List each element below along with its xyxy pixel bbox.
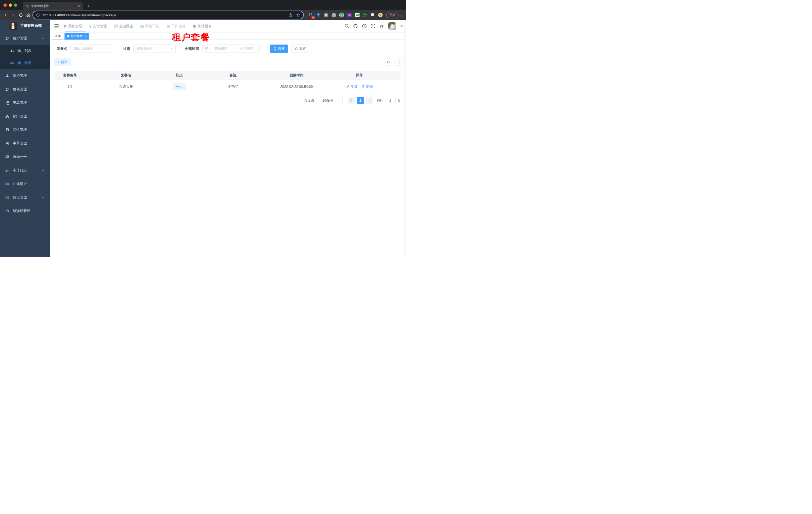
column-header: 操作 <box>319 73 401 78</box>
table-row[interactable]: 111 普通套餐 开启 小功能 2022-02-22 00:54:00 修改 <box>55 80 401 93</box>
bookmark-star-icon[interactable] <box>296 13 300 17</box>
user-avatar[interactable] <box>388 22 396 30</box>
package-table: 套餐编号 套餐名 状态 备注 创建时间 操作 111 普通套餐 开启 小功能 2… <box>55 71 401 93</box>
help-icon[interactable]: ? <box>362 24 367 29</box>
tag-tenant-package[interactable]: 租户套餐 × <box>64 33 89 39</box>
extension-icon[interactable] <box>355 13 359 18</box>
sidebar-item-dept-manage[interactable]: 部门管理 <box>0 110 50 123</box>
page-number-button[interactable]: 1 <box>357 97 364 104</box>
goto-label: 前往 <box>377 98 383 103</box>
topnav-item-infra[interactable]: 基础设施 <box>114 24 133 29</box>
window-close-button[interactable] <box>3 3 7 7</box>
fullscreen-icon[interactable] <box>371 24 376 29</box>
topnav-item-label: 研发工具 <box>145 24 159 29</box>
extension-icon[interactable] <box>378 13 383 18</box>
next-page-button[interactable] <box>366 97 373 104</box>
browser-menu-icon[interactable]: ⋮ <box>400 13 404 17</box>
browser-tab[interactable]: 芋道管理系统 × <box>23 2 83 10</box>
start-date-placeholder[interactable]: 开始日期 <box>210 47 231 51</box>
github-icon[interactable] <box>353 24 358 29</box>
table-header-row: 套餐编号 套餐名 状态 备注 创建时间 操作 <box>55 71 401 80</box>
sidebar-item-menu-manage[interactable]: 菜单管理 <box>0 96 50 110</box>
goto-page-input[interactable] <box>385 97 396 104</box>
browser-update-button[interactable]: 更新 <box>386 12 399 18</box>
topnav-item-workflow[interactable]: 工作流程 <box>167 24 185 29</box>
tag-close-icon[interactable]: × <box>85 34 87 38</box>
url-text[interactable]: 127.0.0.1:48080/admin-ui/system/tenant/p… <box>42 13 289 17</box>
navbar: 系统管理 ¥ 支付管理 基础设施 研发工具 工作流程 <box>50 20 406 33</box>
sidebar-collapse-icon[interactable] <box>54 24 59 29</box>
status-label: 状态 <box>123 47 130 51</box>
extension-icon[interactable] <box>316 13 321 18</box>
avatar-caret-icon[interactable] <box>401 26 403 27</box>
sidebar-item-label: 错误码管理 <box>13 209 30 213</box>
forward-icon[interactable] <box>9 11 17 19</box>
sidebar-item-tenant-manage[interactable]: 租户管理 <box>0 31 50 45</box>
window-zoom-button[interactable] <box>14 3 17 7</box>
refresh-table-button[interactable] <box>395 58 403 66</box>
sidebar-item-tenant-package[interactable]: 租户套餐 <box>0 57 50 69</box>
svg-text:⌘: ⌘ <box>325 14 327 17</box>
topnav-item-payment[interactable]: ¥ 支付管理 <box>89 24 107 29</box>
end-date-placeholder[interactable]: 结束日期 <box>236 47 257 51</box>
extension-icon[interactable]: 10 <box>308 13 313 18</box>
sidebar-logo[interactable]: 芋道管理系统 <box>0 20 50 31</box>
share-icon[interactable] <box>289 13 292 17</box>
column-header: 备注 <box>192 73 274 78</box>
sidebar-item-sms-manage[interactable]: 短信管理 <box>0 191 50 204</box>
search-icon <box>387 60 390 64</box>
sidebar-item-label: 字典管理 <box>13 141 27 146</box>
sidebar-item-error-code[interactable]: 错误码管理 <box>0 204 50 218</box>
sidebar-item-label: 部门管理 <box>13 114 27 118</box>
url-bar[interactable]: 127.0.0.1:48080/admin-ui/system/tenant/p… <box>33 11 303 19</box>
home-icon[interactable] <box>25 11 32 19</box>
sidebar-item-audit-log[interactable]: 审计日志 <box>0 164 50 177</box>
topnav-item-system[interactable]: 系统管理 <box>63 24 82 29</box>
reset-button[interactable]: 重置 <box>291 45 309 53</box>
tab-close-icon[interactable]: × <box>77 4 80 8</box>
extension-icon[interactable] <box>362 13 367 18</box>
sidebar-item-user-manage[interactable]: 用户管理 <box>0 69 50 83</box>
topnav-item-dev-tools[interactable]: 研发工具 <box>140 24 159 29</box>
add-button[interactable]: + 新增 <box>54 58 71 66</box>
page-size-select[interactable]: 10条/页 <box>318 97 343 104</box>
refresh-icon <box>397 60 401 64</box>
gear-icon <box>63 24 67 28</box>
status-select[interactable]: 请选择状态 <box>133 45 176 53</box>
cell-remark: 小功能 <box>192 84 274 89</box>
package-name-input[interactable] <box>70 45 113 53</box>
create-time-range-picker[interactable]: 开始日期 - 结束日期 <box>202 45 260 53</box>
extension-icon[interactable] <box>347 13 352 18</box>
extension-badge: 10 <box>312 16 315 19</box>
extension-icon[interactable] <box>331 13 336 18</box>
delete-link[interactable]: 删除 <box>362 84 373 88</box>
topnav-item-report[interactable]: 统计报表 <box>193 24 212 29</box>
tags-scrollbar-thumb[interactable] <box>65 31 86 32</box>
back-icon[interactable] <box>2 11 9 19</box>
page-scrollbar[interactable] <box>404 20 406 257</box>
new-tab-button[interactable]: + <box>85 3 92 10</box>
puzzle-extensions-icon[interactable] <box>370 13 375 18</box>
reload-icon[interactable] <box>17 11 25 19</box>
site-info-icon[interactable] <box>36 13 40 17</box>
text-size-icon[interactable]: тT <box>379 24 383 28</box>
sidebar-item-online-users[interactable]: 在线用户 <box>0 177 50 191</box>
sidebar-menu: 租户管理 租户列表 租户套餐 用户管理 角色管理 <box>0 31 50 257</box>
status-select-placeholder: 请选择状态 <box>137 47 153 51</box>
window-minimize-button[interactable] <box>9 3 12 7</box>
sidebar-item-role-manage[interactable]: 角色管理 <box>0 83 50 96</box>
sidebar-item-post-manage[interactable]: 岗位管理 <box>0 123 50 137</box>
tag-home[interactable]: 首页 <box>53 33 63 39</box>
sidebar-item-notice[interactable]: 通知公告 <box>0 150 50 164</box>
search-button[interactable]: 搜索 <box>270 45 288 53</box>
extension-icon[interactable]: y <box>339 13 344 18</box>
extension-icon[interactable]: ⌘ <box>324 13 328 18</box>
browser-toolbar: 127.0.0.1:48080/admin-ui/system/tenant/p… <box>0 10 406 20</box>
people-icon <box>10 49 14 53</box>
search-icon[interactable] <box>345 24 349 29</box>
edit-link[interactable]: 修改 <box>346 84 357 88</box>
sidebar-item-tenant-list[interactable]: 租户列表 <box>0 45 50 57</box>
prev-page-button[interactable] <box>348 97 355 104</box>
sidebar-item-dict-manage[interactable]: 字典管理 <box>0 137 50 150</box>
show-search-toggle-button[interactable] <box>384 58 392 66</box>
